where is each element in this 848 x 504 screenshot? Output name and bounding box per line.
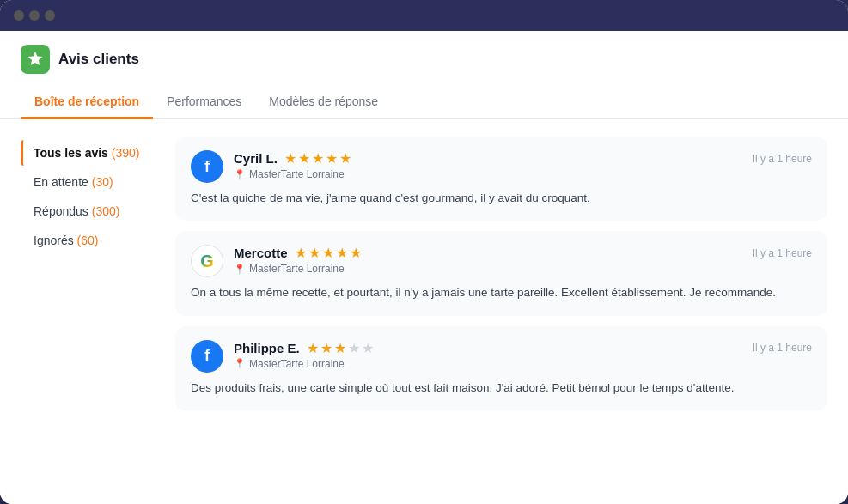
sidebar-label-ignored: Ignorés: [34, 234, 77, 247]
reviewer-name-3: Philippe E.: [234, 341, 300, 355]
app-header: Avis clients Boîte de réception Performa…: [0, 31, 848, 119]
review-meta-2: Mercotte ★ ★ ★ ★ ★ Il y a 1 h: [234, 245, 812, 275]
sidebar-item-ignored[interactable]: Ignorés (60): [21, 228, 158, 253]
review-name-row-2: Mercotte ★ ★ ★ ★ ★ Il y a 1 h: [234, 245, 812, 261]
app-icon: [21, 45, 50, 74]
review-card-2: G Mercotte ★ ★ ★ ★: [175, 231, 827, 315]
review-name-row-3: Philippe E. ★ ★ ★ ★ ★ Il y a: [234, 340, 812, 356]
reviews-list: f Cyril L. ★ ★ ★ ★: [175, 137, 827, 487]
review-location-2: 📍 MasterTarte Lorraine: [234, 263, 812, 275]
facebook-icon-3: f: [191, 340, 223, 373]
main-body: Tous les avis (390) En attente (30) Répo…: [0, 119, 848, 504]
star-1-2: ★: [298, 150, 310, 167]
review-header-1: f Cyril L. ★ ★ ★ ★: [191, 150, 812, 183]
tab-performances[interactable]: Performances: [153, 86, 255, 119]
star-3-4: ★: [348, 340, 360, 356]
review-header-2: G Mercotte ★ ★ ★ ★: [191, 245, 812, 277]
review-time-2: Il y a 1 heure: [753, 247, 812, 259]
review-card-3: f Philippe E. ★ ★ ★ ★: [175, 326, 827, 410]
review-name-row-1: Cyril L. ★ ★ ★ ★ ★ Il y a 1 h: [234, 150, 812, 167]
app-title-row: Avis clients: [21, 45, 827, 74]
star-2-3: ★: [322, 245, 334, 261]
review-card-1: f Cyril L. ★ ★ ★ ★: [175, 137, 827, 221]
sidebar-label-pending: En attente: [34, 175, 92, 189]
star-3-3: ★: [334, 340, 346, 356]
star-3-1: ★: [307, 340, 319, 356]
sidebar-count-ignored: (60): [77, 234, 99, 247]
location-pin-2: 📍: [234, 264, 246, 275]
star-2-2: ★: [308, 245, 320, 261]
star-2-4: ★: [336, 245, 348, 261]
sidebar-count-all: (390): [112, 146, 140, 160]
sidebar-label-all: Tous les avis: [34, 146, 112, 160]
stars-1: ★ ★ ★ ★ ★: [284, 150, 351, 167]
traffic-light-close[interactable]: [14, 10, 24, 21]
google-icon-2: G: [191, 245, 223, 277]
review-text-2: On a tous la même recette, et pourtant, …: [191, 284, 812, 301]
review-name-stars-2: Mercotte ★ ★ ★ ★ ★: [234, 245, 362, 261]
sidebar-item-replied[interactable]: Répondus (300): [21, 198, 158, 224]
star-icon: [27, 51, 44, 68]
sidebar-count-replied: (300): [92, 204, 120, 218]
review-location-3: 📍 MasterTarte Lorraine: [234, 358, 812, 370]
star-2-5: ★: [350, 245, 362, 261]
review-meta-3: Philippe E. ★ ★ ★ ★ ★ Il y a: [234, 340, 812, 370]
traffic-light-maximize[interactable]: [45, 10, 55, 21]
star-1-4: ★: [326, 150, 338, 167]
title-bar: [0, 0, 848, 31]
google-g-2: G: [200, 252, 214, 271]
review-location-1: 📍 MasterTarte Lorraine: [234, 168, 812, 180]
reviewer-name-1: Cyril L.: [234, 151, 278, 166]
stars-2: ★ ★ ★ ★ ★: [295, 245, 362, 261]
stars-3: ★ ★ ★ ★ ★: [307, 340, 374, 356]
location-name-2: MasterTarte Lorraine: [249, 263, 345, 275]
location-pin-3: 📍: [234, 358, 246, 369]
review-name-stars-3: Philippe E. ★ ★ ★ ★ ★: [234, 340, 374, 356]
star-3-2: ★: [320, 340, 332, 356]
tab-inbox[interactable]: Boîte de réception: [21, 86, 153, 119]
star-1-1: ★: [284, 150, 296, 167]
star-2-1: ★: [295, 245, 307, 261]
reviewer-name-2: Mercotte: [234, 246, 288, 260]
traffic-light-minimize[interactable]: [29, 10, 40, 21]
location-name-1: MasterTarte Lorraine: [249, 168, 345, 180]
star-1-5: ★: [339, 150, 351, 167]
sidebar: Tous les avis (390) En attente (30) Répo…: [21, 137, 158, 487]
facebook-icon-1: f: [191, 150, 223, 183]
location-name-3: MasterTarte Lorraine: [249, 358, 345, 370]
review-time-1: Il y a 1 heure: [753, 153, 812, 165]
star-3-5: ★: [362, 340, 374, 356]
review-meta-1: Cyril L. ★ ★ ★ ★ ★ Il y a 1 h: [234, 150, 812, 180]
review-text-1: C'est la quiche de ma vie, j'aime quand …: [191, 190, 812, 207]
tab-modeles[interactable]: Modèles de réponse: [255, 86, 392, 119]
app-window: Avis clients Boîte de réception Performa…: [0, 0, 848, 504]
sidebar-count-pending: (30): [92, 175, 113, 189]
sidebar-item-pending[interactable]: En attente (30): [21, 169, 158, 195]
sidebar-label-replied: Répondus: [34, 204, 92, 218]
star-1-3: ★: [312, 150, 324, 167]
review-name-stars-1: Cyril L. ★ ★ ★ ★ ★: [234, 150, 351, 167]
sidebar-item-all[interactable]: Tous les avis (390): [21, 140, 158, 166]
review-time-3: Il y a 1 heure: [753, 342, 812, 354]
review-text-3: Des produits frais, une carte simple où …: [191, 380, 812, 397]
review-header-3: f Philippe E. ★ ★ ★ ★: [191, 340, 812, 373]
traffic-lights: [14, 10, 55, 21]
app-title: Avis clients: [58, 51, 139, 68]
location-pin-1: 📍: [234, 169, 246, 180]
app-content: Avis clients Boîte de réception Performa…: [0, 31, 848, 504]
tabs-nav: Boîte de réception Performances Modèles …: [21, 86, 827, 118]
